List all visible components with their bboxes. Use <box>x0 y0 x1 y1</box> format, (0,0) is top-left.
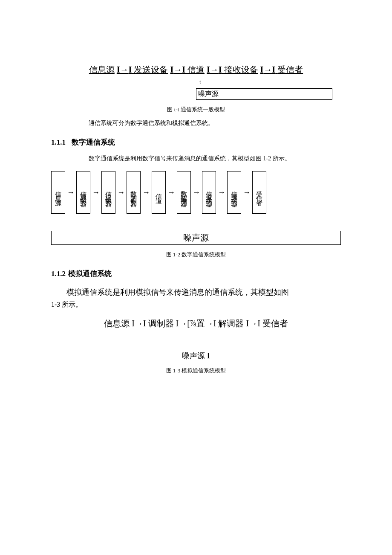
fig2-box: 信源编码器 <box>76 171 90 214</box>
paragraph: 数字通信系统是利用数字信号来传递消息的通信系统，其模型如图 1-2 所示。 <box>77 155 324 163</box>
fig2-box: 信道编码器 <box>101 171 115 214</box>
fig2-box: 受信者 <box>252 171 266 214</box>
fig2-chain: 信息源 → 信源编码器 → 信道编码器 → 数字调制器 → 信道 → 数字解调器… <box>51 171 341 214</box>
fig2-box: 数字调制器 <box>127 171 141 214</box>
heading-1-1-2: 1.1.2 模拟通信系统 <box>51 269 358 279</box>
arrow-icon: → <box>120 65 129 74</box>
fig2-box: 信源译码器 <box>227 171 241 214</box>
fig2-box: 信道译码器 <box>202 171 216 214</box>
fig2-caption: 图 1-2 数字通信系统模型 <box>34 251 358 259</box>
arrow-icon: → <box>117 188 125 197</box>
arrow-icon: → <box>193 188 200 197</box>
heading-1-1-1: 1.1.1 数字通信系统 <box>51 137 358 147</box>
arrow-icon: → <box>173 65 182 74</box>
mark-i: I <box>207 65 210 74</box>
paragraph: 1-3 所示。 <box>51 300 341 309</box>
fig1-node: 受信者 <box>277 65 303 74</box>
fig1-chain: 信息源 I→I 发送设备 I→I 信道 I→I 接收设备 I→I 受信者 <box>34 64 358 76</box>
fig1-node: 信息源 <box>89 65 115 74</box>
fig1-node: 接收设备 <box>224 65 258 74</box>
arrow-icon: → <box>92 188 100 197</box>
fig2-box: 信道 <box>152 171 166 214</box>
arrow-icon: → <box>67 188 75 197</box>
fig2-noise-box: 噪声源 <box>51 231 341 245</box>
mark-i: I <box>207 352 210 360</box>
fig3-caption: 图 1-3 模拟通信系统模型 <box>34 367 358 375</box>
mark-i: I <box>272 65 275 74</box>
fig1-t-mark: t <box>34 79 358 86</box>
arrow-icon: → <box>263 65 272 74</box>
heading-title: 数字通信系统 <box>72 138 115 146</box>
fig1-node: 信道 <box>187 65 205 74</box>
heading-number: 1.1.2 <box>51 270 66 278</box>
fig1-noise-box: 噪声源 <box>196 88 332 100</box>
paragraph: 模拟通信系统是利用模拟信号来传递消息的通信系统，其模型如图 <box>51 286 341 299</box>
mark-i: I <box>182 65 185 74</box>
fig1-node: 发送设备 <box>134 65 168 74</box>
arrow-icon: → <box>142 188 150 197</box>
arrow-icon: → <box>243 188 251 197</box>
arrow-icon: → <box>167 188 175 197</box>
paragraph: 通信系统可分为数字通信系统和模拟通信系统。 <box>77 119 324 127</box>
fig3-chain: 信息源 I→I 调制器 I→[⅞置→I 解调器 I→I 受信者 <box>34 318 358 329</box>
fig2-box: 信息源 <box>51 171 65 214</box>
fig3-noise: 噪声源 I <box>34 351 358 361</box>
fig2-box: 数字解调器 <box>177 171 191 214</box>
arrow-icon: → <box>218 188 225 197</box>
heading-number: 1.1.1 <box>51 138 66 146</box>
mark-i: I <box>219 65 222 74</box>
heading-title: 模拟通信系统 <box>68 270 112 278</box>
fig3-noise-label: 噪声源 <box>182 352 205 360</box>
mark-i: I <box>117 65 120 74</box>
arrow-icon: → <box>210 65 219 74</box>
mark-i: I <box>129 65 132 74</box>
fig1-caption: 图 t-t 通信系统一般模型 <box>34 106 358 113</box>
